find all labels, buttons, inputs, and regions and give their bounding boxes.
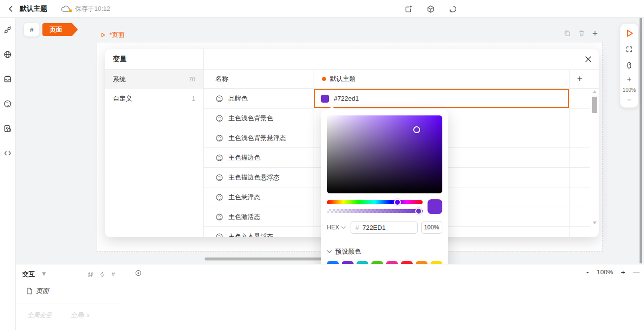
group-label: 自定义 xyxy=(113,94,132,103)
preset-swatches xyxy=(327,261,442,264)
variable-name: 主色浅色背景悬浮态 xyxy=(228,134,286,143)
hash-button[interactable]: # xyxy=(111,271,115,278)
variable-groups: 系统 70 自定义 1 xyxy=(105,70,204,237)
run-play-button[interactable] xyxy=(625,29,634,38)
add-column-button[interactable]: + xyxy=(569,70,590,88)
share-export-icon[interactable] xyxy=(404,5,413,13)
color-hex-value: #722ed1 xyxy=(334,95,359,102)
variable-name: 主色浅色背景色 xyxy=(228,114,273,123)
chevron-down-icon xyxy=(341,226,346,229)
back-icon[interactable] xyxy=(7,5,15,13)
variable-name: 主色悬浮态 xyxy=(228,193,260,202)
palette-icon xyxy=(215,233,223,238)
preset-swatch[interactable] xyxy=(430,261,442,264)
variable-name-cell: 品牌色 xyxy=(204,89,314,108)
alpha-slider[interactable] xyxy=(327,209,423,213)
group-label: 系统 xyxy=(113,75,126,84)
alpha-handle[interactable] xyxy=(415,208,422,215)
hex-value: 722ED1 xyxy=(362,224,386,231)
delete-trash-icon[interactable] xyxy=(578,30,585,37)
filter-funnel-icon[interactable] xyxy=(41,271,47,277)
hex-prefix: # xyxy=(356,224,359,231)
saturation-value-area[interactable] xyxy=(327,115,442,193)
selected-value-cell[interactable]: #722ed1 xyxy=(314,89,569,108)
document-title: 默认主题 xyxy=(20,4,47,13)
alpha-input[interactable]: 100% xyxy=(421,221,443,234)
group-count: 70 xyxy=(189,76,195,83)
tab-page[interactable]: 页面 xyxy=(42,23,78,36)
lightning-bolt-icon[interactable] xyxy=(100,271,105,278)
preset-swatch[interactable] xyxy=(327,261,339,264)
theme-palette-icon[interactable] xyxy=(3,100,12,108)
preset-swatch[interactable] xyxy=(416,261,428,264)
preset-swatch[interactable] xyxy=(342,261,354,264)
scroll-down-icon[interactable] xyxy=(593,221,597,224)
variable-value-cell[interactable]: #722ed1 xyxy=(314,89,569,108)
globe-icon[interactable] xyxy=(3,50,12,59)
zoom-level: 100% xyxy=(597,268,613,276)
hex-row: HEX # 722ED1 100% xyxy=(327,221,442,234)
zoom-in-button[interactable]: + xyxy=(621,268,625,276)
hex-input[interactable]: # 722ED1 xyxy=(351,221,418,234)
hash-chip-button[interactable]: # xyxy=(24,23,39,37)
tab-global-fx[interactable]: 全局Fx xyxy=(71,311,90,320)
sv-marker[interactable] xyxy=(413,126,420,133)
code-icon[interactable] xyxy=(3,149,12,157)
empty-cell xyxy=(569,227,590,237)
empty-cell xyxy=(569,207,590,226)
interaction-panel: 交互 @ # 页面 全局变量 全局Fx xyxy=(16,264,123,330)
save-status: 保存于10:12 xyxy=(75,4,110,13)
preset-colors-label: 预设颜色 xyxy=(335,247,361,256)
hex-mode-dropdown[interactable]: HEX xyxy=(327,224,346,231)
hue-slider[interactable] xyxy=(327,200,423,204)
mouse-icon[interactable] xyxy=(625,61,633,69)
variable-name: 主色描边色悬浮态 xyxy=(228,173,280,182)
scroll-up-icon[interactable] xyxy=(593,90,597,93)
table-scrollbar[interactable] xyxy=(592,90,598,224)
preset-colors-toggle[interactable]: 预设颜色 xyxy=(327,247,442,256)
comment-icon[interactable] xyxy=(449,5,457,13)
frame-label[interactable]: *页面 xyxy=(100,31,125,39)
zoom-in-button[interactable]: + xyxy=(627,75,631,83)
color-swatch[interactable] xyxy=(321,95,329,103)
palette-icon xyxy=(215,114,223,122)
column-theme-header[interactable]: 默认主题 xyxy=(314,70,569,88)
palette-icon xyxy=(215,154,223,162)
logs-icon[interactable] xyxy=(3,124,12,133)
add-frame-button[interactable]: + xyxy=(592,29,598,38)
mention-at-button[interactable]: @ xyxy=(87,271,93,278)
group-system[interactable]: 系统 70 xyxy=(105,70,203,89)
color-picker-popover: HEX # 722ED1 100% 预设颜色 xyxy=(321,110,448,264)
api-connector-icon[interactable] xyxy=(3,26,12,34)
fullscreen-icon[interactable] xyxy=(625,45,633,53)
empty-cell xyxy=(569,148,590,167)
preset-swatch[interactable] xyxy=(401,261,413,264)
assets-drawer-icon[interactable] xyxy=(3,75,12,83)
app-root: 默认主题 保存于10:12 xyxy=(0,0,644,330)
left-sidebar xyxy=(0,18,16,330)
column-name-header: 名称 xyxy=(204,70,314,88)
page-list-item[interactable]: 页面 xyxy=(26,287,123,295)
preset-swatch[interactable] xyxy=(371,261,383,264)
duplicate-icon[interactable] xyxy=(564,30,571,37)
right-toolbar: + 100% − xyxy=(620,24,638,108)
table-row[interactable]: 品牌色 #722ed1 xyxy=(204,89,590,109)
collapse-dash-icon[interactable]: — xyxy=(633,268,640,276)
canvas-stage: # 页面 *页面 + 变量 xyxy=(16,18,644,264)
group-custom[interactable]: 自定义 1 xyxy=(105,89,203,108)
interaction-tools: @ # xyxy=(87,271,115,278)
palette-icon xyxy=(215,134,223,142)
vertical-scrollbar[interactable] xyxy=(640,18,642,263)
locate-target-icon[interactable] xyxy=(135,269,142,277)
empty-cell xyxy=(569,187,590,207)
close-icon[interactable] xyxy=(585,56,592,63)
tab-global-variables[interactable]: 全局变量 xyxy=(27,311,52,320)
components-cube-icon[interactable] xyxy=(427,5,435,13)
scrollbar-thumb[interactable] xyxy=(592,97,597,113)
preset-swatch[interactable] xyxy=(386,261,398,264)
preset-swatch[interactable] xyxy=(357,261,368,264)
bottom-strip: 交互 @ # 页面 全局变量 全局Fx xyxy=(16,264,644,330)
zoom-out-button[interactable]: - xyxy=(586,268,589,276)
zoom-out-button[interactable]: − xyxy=(627,96,631,104)
hue-handle[interactable] xyxy=(394,199,401,206)
